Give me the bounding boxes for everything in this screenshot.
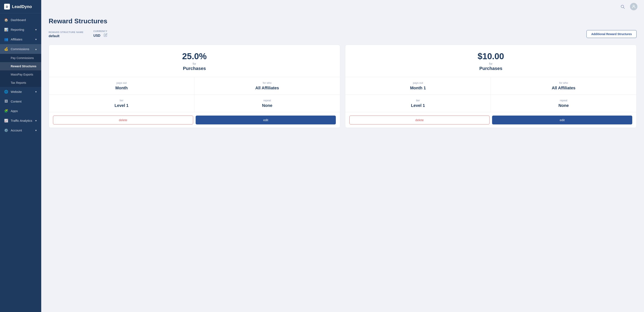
for-who-cell-1: for who All Affiliates <box>491 77 636 95</box>
edit-button-0[interactable]: edit <box>196 116 336 124</box>
repeat-label-1: repeat <box>495 99 632 102</box>
content-icon: 🖼 <box>4 100 8 103</box>
sidebar-item-content[interactable]: 🖼 Content <box>0 97 41 106</box>
tier-value-0: Level 1 <box>53 103 190 108</box>
edit-currency-icon[interactable] <box>104 33 108 38</box>
for-who-cell-0: for who All Affiliates <box>194 77 340 95</box>
sidebar-item-masspay-exports[interactable]: MassPay Exports <box>0 70 41 79</box>
repeat-label-0: repeat <box>198 99 336 102</box>
sidebar-item-website[interactable]: 🌐 Website ▼ <box>0 87 41 97</box>
analytics-icon: 📈 <box>4 119 8 123</box>
repeat-cell-0: repeat None <box>194 95 340 112</box>
card-amount-0: 25.0% <box>53 51 336 61</box>
currency-field: CURRENCY USD <box>94 30 108 38</box>
card-top-1: $10.00 for Purchases <box>345 45 636 77</box>
sidebar-item-apps[interactable]: 🧩 Apps <box>0 106 41 116</box>
for-who-label-1: for who <box>495 81 632 84</box>
chevron-down-icon: ▼ <box>35 29 37 31</box>
search-icon[interactable] <box>619 3 626 10</box>
sidebar-item-label: Dashboard <box>11 18 26 22</box>
app-logo[interactable]: D LeadDyno <box>0 0 41 14</box>
card-actions-0: delete edit <box>49 112 340 128</box>
card-actions-1: delete edit <box>345 112 636 128</box>
reward-structure-name-label: REWARD STRUCTURE NAME <box>49 31 84 34</box>
chevron-down-icon: ▼ <box>35 38 37 41</box>
reward-structure-name-value: default <box>49 34 84 38</box>
sidebar-item-label: Apps <box>11 109 18 113</box>
card-top-0: 25.0% for Purchases <box>49 45 340 77</box>
sidebar-item-label: Content <box>11 100 22 103</box>
sidebar-item-label: Traffic Analytics <box>11 119 32 122</box>
reward-card-0: 25.0% for Purchases pays out Month for w… <box>49 45 340 128</box>
tier-label-0: tier <box>53 99 190 102</box>
user-avatar[interactable] <box>630 3 638 10</box>
sidebar-item-pay-commissions[interactable]: Pay Commissions <box>0 54 41 62</box>
top-bar <box>41 0 644 13</box>
page-content: Reward Structures REWARD STRUCTURE NAME … <box>41 13 644 135</box>
delete-button-0[interactable]: delete <box>53 116 193 124</box>
repeat-cell-1: repeat None <box>491 95 636 112</box>
reward-cards-grid: 25.0% for Purchases pays out Month for w… <box>49 45 636 128</box>
sidebar-item-reward-structures[interactable]: Reward Structures <box>0 62 41 70</box>
apps-icon: 🧩 <box>4 109 8 113</box>
svg-point-2 <box>633 5 634 7</box>
card-details-0: pays out Month for who All Affiliates ti… <box>49 77 340 112</box>
sidebar-item-label: Reporting <box>11 28 24 31</box>
pays-out-label-1: pays out <box>350 81 486 84</box>
sidebar-item-tax-reports[interactable]: Tax Reports <box>0 79 41 87</box>
affiliates-icon: 👥 <box>4 37 8 41</box>
sidebar-item-affiliates[interactable]: 👥 Affiliates ▼ <box>0 35 41 44</box>
reporting-icon: 📊 <box>4 28 8 32</box>
reward-structure-name-field: REWARD STRUCTURE NAME default <box>49 31 84 38</box>
chevron-down-icon: ▼ <box>35 129 37 132</box>
filter-bar: REWARD STRUCTURE NAME default CURRENCY U… <box>49 30 636 38</box>
sidebar-item-dashboard[interactable]: 🏠 Dashboard <box>0 15 41 25</box>
app-name: LeadDyno <box>12 4 32 9</box>
commissions-submenu: Pay Commissions Reward Structures MassPa… <box>0 54 41 87</box>
tier-value-1: Level 1 <box>350 103 486 108</box>
chevron-down-icon: ▼ <box>35 91 37 93</box>
sidebar-item-traffic-analytics[interactable]: 📈 Traffic Analytics ▼ <box>0 116 41 125</box>
pays-out-value-0: Month <box>53 86 190 90</box>
sidebar-item-account[interactable]: ⚙️ Account ▼ <box>0 125 41 135</box>
home-icon: 🏠 <box>4 18 8 22</box>
pays-out-cell-1: pays out Month 1 <box>345 77 491 95</box>
tier-cell-0: tier Level 1 <box>49 95 194 112</box>
reward-card-1: $10.00 for Purchases pays out Month 1 fo… <box>345 45 636 128</box>
sidebar: D LeadDyno 🏠 Dashboard 📊 Reporting ▼ 👥 A… <box>0 0 41 312</box>
sidebar-item-label: Affiliates <box>11 38 22 41</box>
website-icon: 🌐 <box>4 90 8 94</box>
sidebar-item-reporting[interactable]: 📊 Reporting ▼ <box>0 25 41 35</box>
card-type-1: Purchases <box>350 66 632 71</box>
sidebar-item-label: Account <box>11 129 22 132</box>
card-details-1: pays out Month 1 for who All Affiliates … <box>345 77 636 112</box>
repeat-value-1: None <box>495 103 632 108</box>
additional-reward-structures-button[interactable]: Additional Reward Structures <box>586 30 636 38</box>
chevron-up-icon: ▲ <box>35 48 37 50</box>
sidebar-nav: 🏠 Dashboard 📊 Reporting ▼ 👥 Affiliates ▼… <box>0 14 41 312</box>
pays-out-label-0: pays out <box>53 81 190 84</box>
pays-out-cell-0: pays out Month <box>49 77 194 95</box>
delete-button-1[interactable]: delete <box>350 116 490 124</box>
sidebar-item-commissions[interactable]: 💰 Commissions ▲ <box>0 44 41 54</box>
commissions-icon: 💰 <box>4 47 8 51</box>
account-icon: ⚙️ <box>4 128 8 132</box>
chevron-down-icon: ▼ <box>35 120 37 122</box>
edit-button-1[interactable]: edit <box>492 116 632 124</box>
main-content: Reward Structures REWARD STRUCTURE NAME … <box>41 0 644 312</box>
sidebar-item-label: Commissions <box>11 47 29 51</box>
currency-value: USD <box>94 34 100 38</box>
currency-value-row: USD <box>94 33 108 38</box>
for-who-value-0: All Affiliates <box>198 86 336 90</box>
logo-icon: D <box>4 4 10 10</box>
tier-label-1: tier <box>350 99 486 102</box>
card-type-0: Purchases <box>53 66 336 71</box>
for-who-value-1: All Affiliates <box>495 86 632 90</box>
card-for-label-1: for <box>350 62 632 65</box>
tier-cell-1: tier Level 1 <box>345 95 491 112</box>
currency-label: CURRENCY <box>94 30 108 32</box>
for-who-label-0: for who <box>198 81 336 84</box>
card-amount-1: $10.00 <box>350 51 632 61</box>
page-title: Reward Structures <box>49 17 636 25</box>
svg-line-1 <box>624 8 624 9</box>
